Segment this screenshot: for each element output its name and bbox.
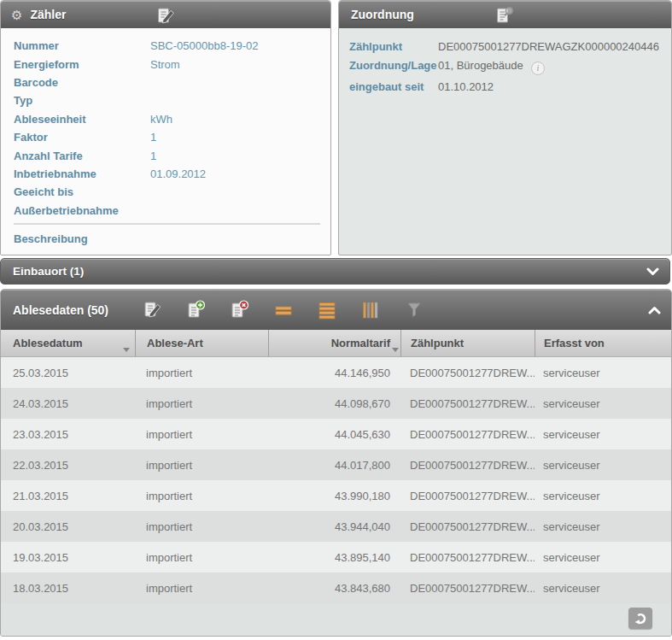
meter-panel-header: Zähler bbox=[1, 1, 330, 28]
field-value: 01.10.2012 bbox=[438, 79, 494, 94]
field-row-inbetriebnahme: Inbetriebnahme 01.09.2012 bbox=[14, 165, 330, 183]
view-assignment-button[interactable] bbox=[494, 4, 517, 26]
row-list-view-button[interactable] bbox=[315, 299, 338, 321]
field-label: eingebaut seit bbox=[349, 79, 438, 94]
column-header-erfasst-von[interactable]: Erfasst von bbox=[535, 330, 671, 356]
cell-type: importiert bbox=[135, 459, 268, 472]
readings-panel: Ablesedaten (50) bbox=[0, 289, 672, 637]
assignment-panel: Zuordnung Zählpunkt DE00075001277DREWAGZ… bbox=[338, 0, 672, 255]
field-label: Zählpunkt bbox=[349, 39, 438, 54]
table-row[interactable]: 21.03.2015 importiert 43.990,180 DE00075… bbox=[1, 480, 671, 511]
table-row[interactable]: 23.03.2015 importiert 44.045,630 DE00075… bbox=[1, 419, 671, 449]
einbauort-section-bar[interactable]: Einbauort (1) bbox=[0, 258, 670, 285]
column-header-ablesedatum[interactable]: Ablesedatum bbox=[1, 330, 135, 356]
add-reading-icon bbox=[185, 300, 207, 320]
cell-value: 43.990,180 bbox=[268, 490, 400, 502]
field-row-faktor: Faktor 1 bbox=[14, 128, 330, 146]
reload-button[interactable] bbox=[628, 608, 652, 629]
meter-panel-title: Zähler bbox=[30, 8, 66, 21]
cell-meter-point: DE00075001277DREW... bbox=[400, 520, 535, 533]
table-row[interactable]: 19.03.2015 importiert 43.895,140 DE00075… bbox=[1, 542, 671, 572]
field-value: SBC-05000bb8-19-02 bbox=[150, 39, 258, 52]
assignment-panel-header: Zuordnung bbox=[339, 1, 671, 28]
cell-value: 43.843,680 bbox=[268, 582, 400, 595]
table-row[interactable]: 25.03.2015 importiert 44.146,950 DE00075… bbox=[1, 357, 671, 388]
field-label: Faktor bbox=[14, 131, 150, 144]
field-value: Strom bbox=[150, 58, 180, 71]
field-value: DE00075001277DREWAGZK000000240446 bbox=[438, 39, 659, 54]
field-label: Ableseeinheit bbox=[14, 113, 150, 126]
readings-panel-header: Ablesedaten (50) bbox=[1, 290, 671, 330]
cell-date: 22.03.2015 bbox=[1, 459, 135, 472]
sort-chevron-icon[interactable] bbox=[123, 348, 130, 352]
meter-detail-page: Zähler Nummer SBC-05000bb8-19-02 Energie… bbox=[0, 0, 672, 640]
table-row[interactable]: 24.03.2015 importiert 44.098,670 DE00075… bbox=[1, 388, 671, 419]
edit-reading-icon bbox=[142, 300, 163, 320]
column-header-ablese-art[interactable]: Ablese-Art bbox=[135, 330, 268, 356]
cell-date: 20.03.2015 bbox=[1, 520, 135, 533]
assignment-panel-title: Zuordnung bbox=[351, 8, 414, 21]
delete-reading-button[interactable] bbox=[228, 299, 251, 321]
field-row-typ: Typ bbox=[14, 91, 330, 109]
field-label: Nummer bbox=[14, 39, 150, 52]
cell-value: 44.146,950 bbox=[268, 367, 400, 379]
cell-recorded-by: serviceuser bbox=[535, 551, 671, 564]
info-icon[interactable] bbox=[531, 62, 545, 75]
cell-type: importiert bbox=[135, 582, 268, 595]
field-row-ausserbetriebnahme: Außerbetriebnahme bbox=[14, 202, 330, 220]
readings-table-footer bbox=[1, 603, 671, 636]
row-compact-view-icon bbox=[273, 301, 294, 320]
cell-recorded-by: serviceuser bbox=[535, 582, 671, 595]
field-value: 01, Bürogebäude bbox=[438, 58, 545, 75]
edit-meter-button[interactable] bbox=[155, 4, 178, 26]
cell-date: 21.03.2015 bbox=[1, 490, 135, 502]
delete-reading-icon bbox=[229, 300, 251, 320]
cell-type: importiert bbox=[135, 428, 268, 441]
cell-recorded-by: serviceuser bbox=[535, 459, 671, 472]
chevron-down-icon[interactable] bbox=[646, 264, 659, 279]
column-header-normaltarif[interactable]: Normaltarif bbox=[268, 330, 400, 356]
table-row[interactable]: 20.03.2015 importiert 43.944,040 DE00075… bbox=[1, 511, 671, 542]
cell-meter-point: DE00075001277DREW... bbox=[400, 397, 535, 410]
cell-type: importiert bbox=[135, 490, 268, 502]
meter-field-list: Nummer SBC-05000bb8-19-02 Energieform St… bbox=[1, 28, 330, 245]
cell-date: 25.03.2015 bbox=[1, 367, 135, 379]
field-label: Inbetriebnahme bbox=[14, 167, 150, 180]
filter-icon bbox=[406, 302, 422, 318]
field-row-ableseeinheit: Ableseeinheit kWh bbox=[14, 110, 330, 128]
section-divider bbox=[14, 223, 320, 225]
field-row-geeicht-bis: Geeicht bis bbox=[14, 183, 330, 201]
cell-meter-point: DE00075001277DREW... bbox=[400, 582, 535, 595]
column-view-button[interactable] bbox=[359, 299, 382, 321]
cell-type: importiert bbox=[135, 551, 268, 564]
column-view-icon bbox=[360, 301, 381, 320]
field-label: Typ bbox=[14, 94, 150, 107]
row-compact-view-button[interactable] bbox=[272, 299, 295, 321]
field-row-energieform: Energieform Strom bbox=[14, 55, 330, 73]
cell-value: 44.098,670 bbox=[268, 397, 400, 410]
cell-meter-point: DE00075001277DREW... bbox=[400, 490, 535, 502]
column-header-zaehlpunkt[interactable]: Zählpunkt bbox=[400, 330, 535, 356]
field-label: Zuordnung/Lage bbox=[349, 58, 438, 75]
add-reading-button[interactable] bbox=[184, 299, 207, 321]
cell-value: 43.895,140 bbox=[268, 551, 400, 564]
field-row-barcode: Barcode bbox=[14, 73, 330, 91]
field-label: Energieform bbox=[14, 58, 150, 71]
sort-chevron-icon[interactable] bbox=[392, 348, 399, 352]
table-row[interactable]: 18.03.2015 importiert 43.843,680 DE00075… bbox=[1, 572, 671, 603]
cell-recorded-by: serviceuser bbox=[535, 428, 671, 441]
field-row-eingebaut-seit: eingebaut seit 01.10.2012 bbox=[349, 79, 671, 94]
description-label: Beschreibung bbox=[14, 232, 330, 245]
field-value: 1 bbox=[150, 131, 156, 144]
field-label: Anzahl Tarife bbox=[14, 150, 150, 162]
field-value: 1 bbox=[150, 150, 156, 162]
field-value: 01.09.2012 bbox=[150, 167, 206, 180]
cell-meter-point: DE00075001277DREW... bbox=[400, 551, 535, 564]
table-row[interactable]: 22.03.2015 importiert 44.017,800 DE00075… bbox=[1, 449, 671, 480]
edit-reading-button[interactable] bbox=[141, 299, 164, 321]
gear-icon bbox=[11, 9, 22, 21]
field-row-nummer: Nummer SBC-05000bb8-19-02 bbox=[14, 37, 330, 55]
chevron-up-icon[interactable] bbox=[648, 302, 661, 318]
filter-button[interactable] bbox=[402, 299, 425, 321]
cell-date: 24.03.2015 bbox=[1, 397, 135, 410]
